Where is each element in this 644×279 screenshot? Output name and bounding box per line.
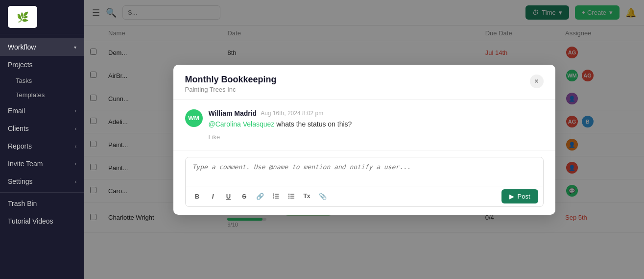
sidebar-item-trash-label: Trash Bin [8,200,37,207]
chevron-down-icon: ▾ [74,45,76,50]
svg-point-11 [288,198,289,199]
send-icon: ▶ [509,193,514,200]
chevron-icon-invite: ‹ [75,161,76,167]
logo-area: 🌿 [0,0,84,34]
underline-button[interactable]: U [222,189,236,203]
main-content: ☰ 🔍 ⏱ Time ▾ + Create ▾ 🔔 Name Date Due … [84,0,644,279]
comment-meta: William Madrid Aug 16th, 2024 8:02 pm [209,109,544,117]
comment-input-area: B I U S 🔗 123 Tx 📎 [185,157,544,207]
svg-point-9 [288,194,289,195]
sidebar-divider [0,192,84,193]
sidebar-item-workflow[interactable]: Workflow ▾ [0,38,84,56]
sidebar-item-templates-label: Templates [16,91,45,99]
sidebar-item-settings[interactable]: Settings ‹ [0,173,84,190]
modal-body: WM William Madrid Aug 16th, 2024 8:02 pm… [173,100,555,151]
modal-overlay: Monthly Bookkeeping Painting Trees Inc ×… [84,0,644,279]
unordered-list-button[interactable] [285,189,298,203]
sidebar-item-clients[interactable]: Clients ‹ [0,120,84,137]
sidebar-item-tasks[interactable]: Tasks [0,74,84,88]
comment-mention[interactable]: @Carolina Velasquez [209,120,275,128]
logo: 🌿 [8,6,37,28]
sidebar-item-clients-label: Clients [8,125,29,132]
chevron-icon-reports: ‹ [75,144,76,149]
ordered-list-button[interactable]: 123 [269,189,283,203]
modal-subtitle: Painting Trees Inc [185,86,277,93]
sidebar-item-tasks-label: Tasks [16,77,32,84]
sidebar: 🌿 Workflow ▾ Projects Tasks Templates Em… [0,0,84,279]
sidebar-item-workflow-label: Workflow [8,43,36,51]
sidebar-item-invite-team[interactable]: Invite Team ‹ [0,155,84,173]
attach-button[interactable]: 📎 [316,189,330,203]
modal-title: Monthly Bookkeeping [185,75,277,85]
svg-point-10 [288,196,289,197]
italic-button[interactable]: I [206,189,220,203]
sidebar-item-templates[interactable]: Templates [0,88,84,102]
sidebar-item-tutorial-videos[interactable]: Tutorial Videos [0,212,84,230]
sidebar-item-tutorial-label: Tutorial Videos [8,217,53,225]
comment-input[interactable] [186,157,543,184]
sidebar-nav: Workflow ▾ Projects Tasks Templates Emai… [0,34,84,279]
comment-text: @Carolina Velasquez whats the status on … [209,119,544,129]
logo-icon: 🌿 [17,11,29,23]
sidebar-item-settings-label: Settings [8,178,33,185]
sidebar-item-invite-team-label: Invite Team [8,160,43,168]
comment-modal: Monthly Bookkeeping Painting Trees Inc ×… [173,65,555,215]
modal-close-button[interactable]: × [530,75,544,88]
modal-header: Monthly Bookkeeping Painting Trees Inc × [173,65,555,100]
comment-timestamp: Aug 16th, 2024 8:02 pm [261,110,323,117]
link-button[interactable]: 🔗 [253,189,267,203]
clear-format-button[interactable]: Tx [300,189,314,203]
modal-title-area: Monthly Bookkeeping Painting Trees Inc [185,75,277,93]
comment-author-avatar: WM [185,109,203,127]
comment-body: whats the status on this? [274,120,352,128]
comment-toolbar: B I U S 🔗 123 Tx 📎 [186,186,543,206]
comment-content: William Madrid Aug 16th, 2024 8:02 pm @C… [209,109,544,141]
comment-author-name: William Madrid [209,109,257,117]
sidebar-item-email[interactable]: Email ‹ [0,102,84,120]
modal-footer: B I U S 🔗 123 Tx 📎 [173,151,555,215]
chevron-icon-clients: ‹ [75,126,76,131]
chevron-icon-settings: ‹ [75,179,76,184]
post-button[interactable]: ▶ Post [501,189,538,203]
chevron-icon-email: ‹ [75,108,76,114]
svg-text:3: 3 [273,197,274,199]
sidebar-item-projects-label: Projects [8,61,33,69]
sidebar-item-projects[interactable]: Projects [0,56,84,74]
post-label: Post [517,193,530,200]
like-button[interactable]: Like [209,133,544,141]
sidebar-item-email-label: Email [8,107,25,115]
strikethrough-button[interactable]: S [238,189,251,203]
sidebar-item-reports[interactable]: Reports ‹ [0,137,84,155]
sidebar-item-trash-bin[interactable]: Trash Bin [0,195,84,212]
bold-button[interactable]: B [191,189,204,203]
sidebar-item-reports-label: Reports [8,142,32,150]
comment-block: WM William Madrid Aug 16th, 2024 8:02 pm… [185,109,544,141]
